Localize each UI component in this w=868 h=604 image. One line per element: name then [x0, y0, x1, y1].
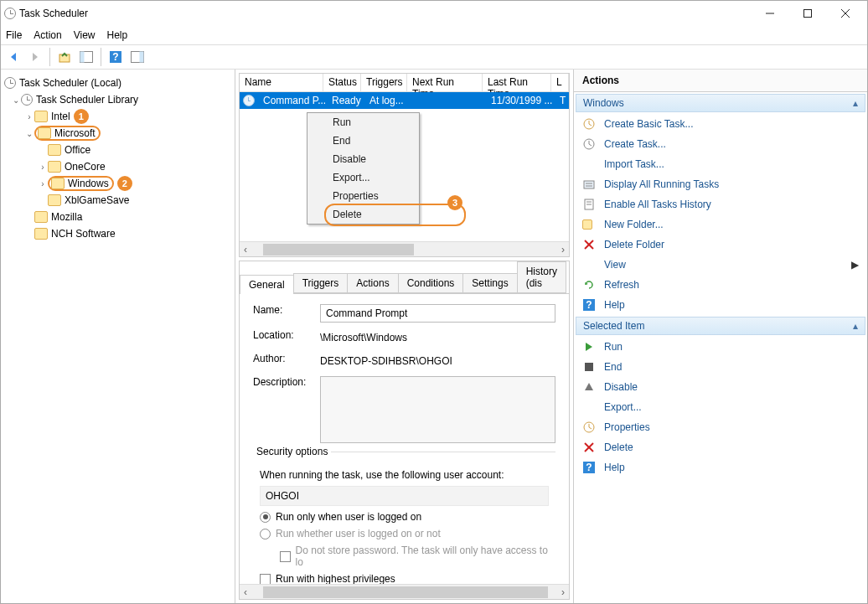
col-triggers[interactable]: Triggers: [361, 74, 407, 91]
chk-no-store-label: Do not store password. The task will onl…: [296, 545, 549, 568]
action-new-folder[interactable]: New Folder...: [574, 214, 867, 235]
tree-root[interactable]: Task Scheduler (Local): [4, 75, 231, 91]
label-location: Location:: [253, 329, 320, 341]
section-windows[interactable]: Windows ▴: [576, 94, 865, 112]
cm-export[interactable]: Export...: [307, 168, 419, 187]
list-header[interactable]: Name Status Triggers Next Run Time Last …: [240, 74, 569, 92]
action-create-basic[interactable]: Create Basic Task...: [574, 114, 867, 134]
help-button[interactable]: ?: [106, 48, 125, 66]
task-list[interactable]: Name Status Triggers Next Run Time Last …: [239, 73, 570, 257]
action-create-task[interactable]: Create Task...: [574, 134, 867, 154]
input-name[interactable]: Command Prompt: [320, 304, 555, 323]
scroll-right-icon[interactable]: ›: [557, 586, 569, 598]
col-status[interactable]: Status: [323, 74, 361, 91]
expander-icon[interactable]: ›: [38, 179, 48, 188]
action-label: Run: [604, 341, 623, 353]
tab-triggers[interactable]: Triggers: [293, 273, 349, 293]
action-display-running[interactable]: Display All Running Tasks: [574, 174, 867, 194]
scroll-left-icon[interactable]: ‹: [240, 244, 251, 256]
center-pane: Name Status Triggers Next Run Time Last …: [235, 70, 574, 603]
tree-office[interactable]: Office: [4, 142, 231, 158]
action-enable-history[interactable]: Enable All Tasks History: [574, 194, 867, 214]
tab-general[interactable]: General: [240, 275, 294, 294]
tab-conditions[interactable]: Conditions: [398, 273, 464, 293]
folder-icon: [38, 127, 51, 139]
col-lastrun[interactable]: Last Run Time: [483, 74, 551, 91]
cm-properties[interactable]: Properties: [307, 187, 419, 205]
col-nextrun[interactable]: Next Run Time: [407, 74, 483, 91]
expander-icon[interactable]: ⌄: [11, 96, 21, 105]
tree-office-label: Office: [65, 144, 90, 156]
section-selected-label: Selected Item: [583, 320, 644, 332]
action-import[interactable]: Import Task...: [574, 154, 867, 174]
radio-logged-on-label: Run only when user is logged on: [276, 511, 421, 523]
enable-history-icon: [582, 198, 596, 211]
action-run[interactable]: Run: [574, 337, 867, 357]
tree-xblgamesave[interactable]: XblGameSave: [4, 192, 231, 209]
tree-mozilla[interactable]: Mozilla: [4, 209, 231, 225]
tab-settings[interactable]: Settings: [462, 273, 517, 293]
back-button[interactable]: [4, 48, 23, 66]
radio-icon: [260, 512, 271, 523]
task-row[interactable]: Command P... Ready At log... 11/30/1999 …: [240, 92, 569, 109]
tab-actions[interactable]: Actions: [347, 273, 398, 293]
input-description[interactable]: [320, 376, 555, 443]
scroll-right-icon[interactable]: ›: [557, 244, 569, 256]
tree-microsoft[interactable]: ⌄ Microsoft: [4, 125, 231, 142]
cm-end[interactable]: End: [307, 132, 419, 150]
action-end[interactable]: End: [574, 357, 867, 377]
action-help2[interactable]: ?Help: [574, 457, 867, 478]
maximize-button[interactable]: [788, 2, 826, 25]
tab-history[interactable]: History (dis: [517, 261, 566, 293]
cm-delete[interactable]: Delete 3: [307, 205, 419, 224]
tree-nch[interactable]: NCH Software: [4, 225, 231, 242]
scroll-thumb[interactable]: [263, 586, 548, 598]
forward-button[interactable]: [26, 48, 44, 66]
section-selected[interactable]: Selected Item ▴: [576, 317, 865, 335]
action-refresh[interactable]: Refresh: [574, 275, 867, 295]
details-scrollbar[interactable]: ‹ ›: [240, 584, 569, 599]
scroll-left-icon[interactable]: ‹: [240, 586, 251, 598]
menubar: File Action View Help: [1, 26, 867, 44]
toolbar-sep2: [101, 48, 101, 66]
tree-windows[interactable]: › Windows 2: [4, 175, 231, 192]
action-label: Delete Folder: [604, 239, 664, 250]
expander-icon[interactable]: ›: [38, 163, 48, 172]
minimize-button[interactable]: [751, 2, 788, 25]
expander-icon[interactable]: ⌄: [24, 129, 34, 138]
col-name[interactable]: Name: [240, 74, 323, 91]
scroll-thumb[interactable]: [263, 244, 414, 256]
tree-pane[interactable]: Task Scheduler (Local) ⌄ Task Scheduler …: [1, 70, 235, 603]
action-export[interactable]: Export...: [574, 397, 867, 417]
tree-library[interactable]: ⌄ Task Scheduler Library: [4, 91, 231, 108]
action-delete-folder[interactable]: Delete Folder: [574, 235, 867, 255]
cm-run[interactable]: Run: [307, 113, 419, 132]
radio-not-logged[interactable]: Run whether user is logged on or not: [260, 528, 549, 539]
show-hide-tree-button[interactable]: [77, 48, 96, 66]
expander-icon[interactable]: ›: [24, 112, 34, 121]
tree-onecore[interactable]: › OneCore: [4, 158, 231, 175]
radio-logged-on[interactable]: Run only when user is logged on: [260, 511, 549, 523]
chk-highest[interactable]: Run with highest privileges: [260, 573, 549, 584]
col-l[interactable]: L: [551, 74, 569, 91]
chk-no-store[interactable]: Do not store password. The task will onl…: [280, 545, 549, 568]
tree-intel[interactable]: › Intel 1: [4, 108, 231, 125]
action-delete[interactable]: Delete: [574, 437, 867, 457]
export-icon: [582, 400, 596, 414]
action-view[interactable]: View▶: [574, 255, 867, 275]
show-action-pane-button[interactable]: [128, 48, 147, 66]
collapse-icon[interactable]: ▴: [853, 320, 858, 332]
menu-file[interactable]: File: [6, 29, 22, 41]
close-button[interactable]: [826, 2, 864, 25]
menu-action[interactable]: Action: [34, 29, 61, 41]
menu-view[interactable]: View: [74, 29, 96, 41]
action-properties[interactable]: Properties: [574, 417, 867, 437]
action-disable[interactable]: Disable: [574, 377, 867, 397]
up-button[interactable]: [55, 48, 74, 66]
cm-disable[interactable]: Disable: [307, 150, 419, 168]
run-icon: [582, 340, 596, 354]
horizontal-scrollbar[interactable]: ‹ ›: [240, 241, 569, 256]
action-help1[interactable]: ?Help: [574, 295, 867, 315]
menu-help[interactable]: Help: [107, 29, 128, 41]
collapse-icon[interactable]: ▴: [853, 97, 858, 109]
